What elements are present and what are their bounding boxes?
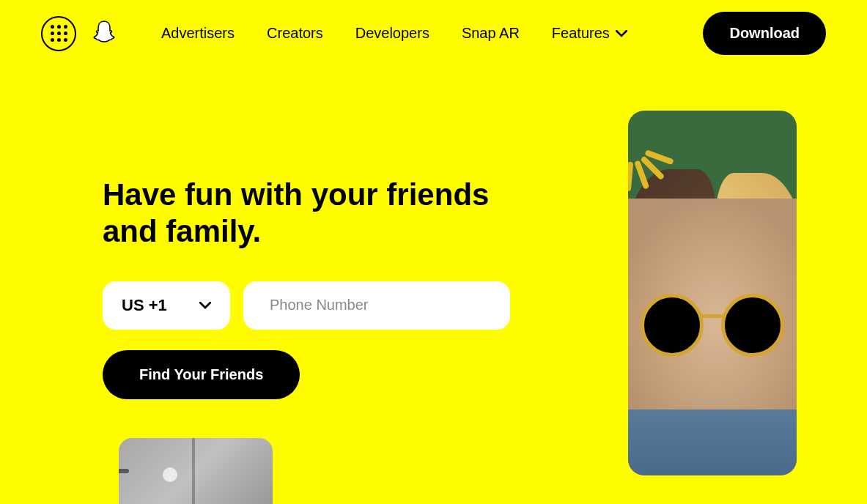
nav-developers[interactable]: Developers xyxy=(355,25,429,42)
nav-advertisers[interactable]: Advertisers xyxy=(161,25,235,42)
sunglasses-filter-icon xyxy=(639,294,786,360)
header: Advertisers Creators Developers Snap AR … xyxy=(0,0,867,67)
phone-form: US +1 xyxy=(103,281,569,330)
country-code-select[interactable]: US +1 xyxy=(103,281,230,330)
hero-heading: Have fun with your friends and family. xyxy=(103,177,513,251)
app-menu-button[interactable] xyxy=(41,16,76,51)
secondary-preview-image xyxy=(119,438,273,504)
sun-rays-icon xyxy=(635,118,694,177)
hero-section: Have fun with your friends and family. U… xyxy=(0,67,867,475)
phone-preview-image xyxy=(628,111,797,475)
image-badge xyxy=(119,469,129,473)
chevron-down-icon xyxy=(616,30,627,37)
main-nav: Advertisers Creators Developers Snap AR … xyxy=(161,25,688,42)
nav-features-label: Features xyxy=(552,25,610,42)
download-button[interactable]: Download xyxy=(703,12,826,55)
hero-media xyxy=(628,111,826,475)
chevron-down-icon xyxy=(199,302,211,309)
country-code-label: US +1 xyxy=(122,296,167,315)
nav-snap-ar[interactable]: Snap AR xyxy=(462,25,520,42)
hero-content: Have fun with your friends and family. U… xyxy=(103,111,569,475)
nav-features[interactable]: Features xyxy=(552,25,627,42)
grid-icon xyxy=(51,25,67,42)
ghost-icon xyxy=(91,20,117,48)
phone-number-input[interactable] xyxy=(243,281,510,330)
snapchat-logo[interactable] xyxy=(91,20,117,48)
find-friends-button[interactable]: Find Your Friends xyxy=(103,350,300,399)
nav-creators[interactable]: Creators xyxy=(267,25,323,42)
